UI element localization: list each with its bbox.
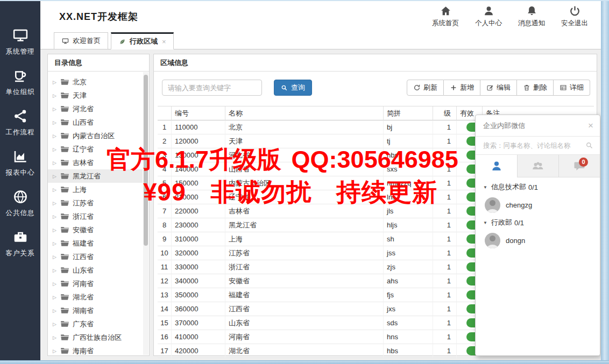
topnav-logout[interactable]: 安全退出 (560, 5, 589, 28)
caret-right-icon[interactable]: ▷ (53, 187, 57, 192)
caret-down-icon[interactable]: ▼ (483, 185, 487, 190)
wechat-tab-contacts[interactable] (476, 155, 517, 177)
sidebar-item-system[interactable]: 系统管理 (0, 22, 40, 62)
close-icon[interactable]: × (588, 115, 593, 137)
caret-right-icon[interactable]: ▷ (53, 214, 57, 219)
add-button[interactable]: 新增 (444, 80, 480, 96)
wechat-tab-chats[interactable]: 0 (558, 155, 600, 177)
caret-right-icon[interactable]: ▷ (53, 133, 57, 139)
sidebar-item-crm[interactable]: 客户关系 (0, 223, 40, 263)
tab-close-icon[interactable]: × (162, 38, 166, 46)
caret-right-icon[interactable]: ▷ (53, 106, 57, 112)
caret-right-icon[interactable]: ▷ (53, 254, 57, 260)
caret-right-icon[interactable]: ▷ (53, 335, 57, 340)
department-row[interactable]: ▼ 信息技术部 0/1 (476, 180, 600, 195)
tree-item[interactable]: ▷ 辽宁省 (48, 142, 143, 156)
cell-code: 120000 (172, 134, 225, 148)
sidebar-item-public[interactable]: 公共信息 (0, 183, 40, 223)
tree-item[interactable]: ▷ 江苏省 (48, 196, 143, 210)
topnav-profile[interactable]: 个人中心 (474, 5, 503, 28)
cell-code: 110000 (172, 120, 225, 134)
caret-right-icon[interactable]: ▷ (53, 227, 57, 233)
tree-item[interactable]: ▷ 浙江省 (48, 210, 143, 223)
tree-item[interactable]: ▷ 山西省 (48, 116, 143, 129)
caret-right-icon[interactable]: ▷ (53, 322, 57, 327)
tree-item[interactable]: ▷ 广东省 (48, 317, 143, 331)
cell-code: 420000 (172, 344, 225, 358)
department-row[interactable]: ▼ 行政部 0/1 (476, 215, 600, 230)
tree-item[interactable]: ▷ 北京 (48, 75, 143, 89)
caret-right-icon[interactable]: ▷ (53, 348, 57, 354)
caret-right-icon[interactable]: ▷ (53, 295, 57, 300)
wechat-tab-groups[interactable] (517, 155, 558, 177)
tree-item-label: 天津 (73, 91, 87, 101)
caret-right-icon[interactable]: ▷ (53, 174, 57, 179)
topnav-home[interactable]: 系统首页 (431, 5, 460, 28)
cell-pinyin: sh (384, 232, 433, 246)
wechat-search-input[interactable] (476, 137, 600, 154)
caret-right-icon[interactable]: ▷ (53, 281, 57, 287)
cell-name: 山东省 (225, 316, 384, 330)
sidebar-item-org[interactable]: 单位组织 (0, 62, 40, 102)
tree-item[interactable]: ▷ 天津 (48, 89, 143, 102)
cell-level: 1 (433, 162, 457, 176)
tree-item-label: 福建省 (73, 239, 94, 248)
detail-button[interactable]: 详细 (554, 80, 590, 96)
folder-icon (60, 320, 69, 327)
tree-item[interactable]: ▷ 上海 (48, 183, 143, 196)
tree-item[interactable]: ▷ 海南省 (48, 344, 143, 355)
cell-name: 江苏省 (225, 246, 384, 260)
caret-right-icon[interactable]: ▷ (53, 80, 57, 85)
sidebar-item-report[interactable]: 报表中心 (0, 142, 40, 183)
tree-item[interactable]: ▷ 河南省 (48, 277, 143, 290)
caret-down-icon[interactable]: ▼ (483, 220, 487, 225)
caret-right-icon[interactable]: ▷ (53, 201, 57, 206)
caret-right-icon[interactable]: ▷ (53, 308, 57, 313)
caret-right-icon[interactable]: ▷ (53, 241, 57, 246)
tree-item[interactable]: ▷ 湖北省 (48, 290, 143, 304)
cell-name: 天津 (225, 134, 384, 148)
folder-icon (60, 280, 69, 287)
tree-item[interactable]: ▷ 黑龙江省 (48, 169, 143, 183)
tree-item[interactable]: ▷ 河北省 (48, 102, 143, 116)
monitor-icon (61, 38, 69, 45)
tab-label: 行政区域 (130, 37, 158, 46)
cell-name: 黑龙江省 (225, 218, 384, 232)
tree-item[interactable]: ▷ 福建省 (48, 237, 143, 250)
window-frame-right (601, 0, 609, 364)
topnav-notifications[interactable]: 消息通知 (517, 5, 546, 28)
tree-item[interactable]: ▷ 内蒙古自治区 (48, 129, 143, 142)
edit-icon (486, 84, 494, 91)
col-code: 编号 (172, 106, 225, 120)
edit-button[interactable]: 编辑 (480, 80, 517, 96)
tree-item[interactable]: ▷ 广西壮族自治区 (48, 331, 143, 344)
tab-admin-region[interactable]: 行政区域 × (111, 32, 174, 49)
caret-right-icon[interactable]: ▷ (53, 120, 57, 125)
member-row[interactable]: dongn (476, 230, 600, 251)
tree-item[interactable]: ▷ 安徽省 (48, 223, 143, 237)
tree-item-label: 湖南省 (73, 306, 94, 316)
tree-scrollbar[interactable] (143, 72, 148, 355)
caret-right-icon[interactable]: ▷ (53, 93, 57, 98)
search-input[interactable] (162, 80, 262, 96)
caret-right-icon[interactable]: ▷ (53, 268, 57, 273)
tree-item-label: 辽宁省 (73, 145, 94, 154)
caret-right-icon[interactable]: ▷ (53, 160, 57, 166)
tree-scrollbar-thumb[interactable] (144, 75, 148, 246)
row-number: 7 (158, 204, 172, 218)
tree-item[interactable]: ▷ 吉林省 (48, 156, 143, 169)
header: XX.NET开发框架 系统首页 个人中心 消息通知 安全退出 (40, 0, 601, 32)
tree-item[interactable]: ▷ 江西省 (48, 250, 143, 263)
caret-right-icon[interactable]: ▷ (53, 147, 57, 152)
refresh-button[interactable]: 刷新 (407, 80, 444, 96)
query-button[interactable]: 查询 (274, 80, 312, 96)
search-icon (585, 141, 593, 149)
tab-welcome-home[interactable]: 欢迎首页 (54, 32, 108, 49)
tree-item[interactable]: ▷ 湖南省 (48, 304, 143, 317)
sidebar-item-workflow[interactable]: 工作流程 (0, 102, 40, 142)
delete-button[interactable]: 删除 (517, 80, 554, 96)
col-level: 级 (433, 106, 457, 120)
tree-item-label: 河北省 (73, 104, 94, 114)
member-row[interactable]: chengzg (476, 195, 600, 215)
tree-item[interactable]: ▷ 山东省 (48, 263, 143, 277)
